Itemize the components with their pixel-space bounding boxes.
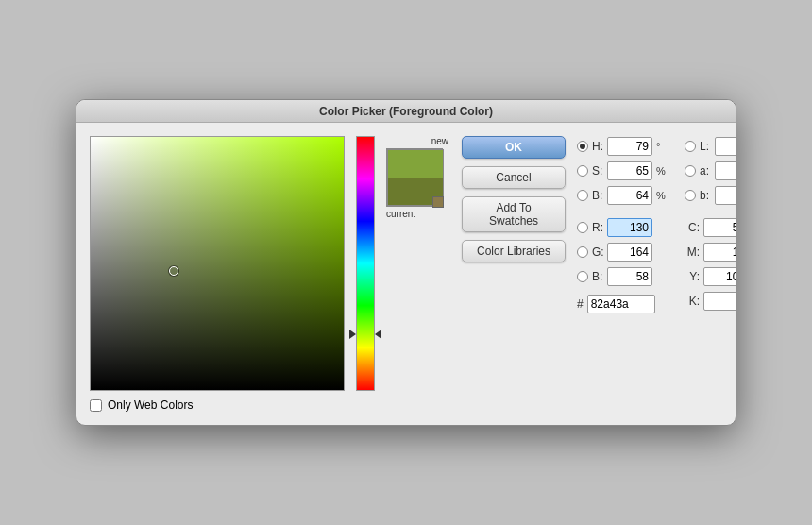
- dialog-title: Color Picker (Foreground Color): [319, 105, 493, 118]
- y-label: Y:: [685, 270, 700, 283]
- new-label: new: [431, 136, 450, 146]
- g-label: G:: [592, 246, 603, 259]
- color-libraries-button[interactable]: Color Libraries: [462, 240, 566, 262]
- lab-cmyk-group: L: a: b:: [685, 136, 736, 313]
- preview-column: new current: [386, 136, 450, 412]
- h-input[interactable]: [607, 137, 652, 156]
- b2-field-row: B:: [577, 266, 666, 287]
- l-field-row: L:: [685, 136, 736, 157]
- m-input[interactable]: [703, 243, 736, 262]
- h-unit: °: [656, 141, 666, 152]
- add-to-swatches-button[interactable]: Add To Swatches: [462, 196, 566, 232]
- h-field-row: H: °: [577, 136, 666, 157]
- s-input[interactable]: [607, 161, 652, 180]
- a-radio[interactable]: [685, 165, 696, 177]
- hue-arrow-left: [349, 330, 356, 339]
- y-input[interactable]: [703, 267, 736, 286]
- k-label: K:: [685, 295, 700, 308]
- current-label: current: [386, 209, 415, 219]
- k-input[interactable]: [703, 292, 736, 311]
- color-picker-dialog: Color Picker (Foreground Color) Only Web…: [76, 99, 736, 426]
- top-fields-row: H: ° S: % B:: [577, 136, 736, 313]
- c-label: C:: [685, 221, 700, 234]
- r-field-row: R:: [577, 217, 666, 238]
- only-web-colors-label: Only Web Colors: [108, 398, 193, 412]
- color-swatch-container: [386, 148, 450, 207]
- hex-row: #: [577, 295, 666, 313]
- y-field-row: Y: %: [685, 266, 736, 287]
- g-radio[interactable]: [577, 246, 588, 258]
- b-input[interactable]: [607, 186, 652, 205]
- b2-input[interactable]: [607, 267, 652, 286]
- hex-input[interactable]: [587, 295, 655, 313]
- k-field-row: K: %: [685, 291, 736, 312]
- s-unit: %: [656, 165, 666, 177]
- hue-arrow-right: [375, 330, 381, 339]
- titlebar: Color Picker (Foreground Color): [76, 100, 736, 123]
- swatch-icon: [432, 196, 444, 208]
- hue-slider[interactable]: [356, 136, 375, 391]
- only-web-colors-row: Only Web Colors: [90, 398, 345, 412]
- hex-hash: #: [577, 297, 584, 311]
- b-label: B:: [592, 189, 603, 202]
- h-radio[interactable]: [577, 141, 588, 152]
- s-field-row: S: %: [577, 161, 666, 181]
- cancel-button[interactable]: Cancel: [462, 166, 566, 189]
- black-gradient-layer: [91, 137, 344, 390]
- buttons-section: OK Cancel Add To Swatches Color Librarie…: [462, 136, 566, 412]
- b2-radio[interactable]: [577, 271, 588, 282]
- b2-label: B:: [592, 270, 603, 283]
- g-input[interactable]: [607, 243, 652, 262]
- g-field-row: G:: [577, 242, 666, 262]
- l-radio[interactable]: [685, 141, 696, 152]
- b-lab-label: b:: [700, 189, 711, 202]
- r-input[interactable]: [607, 218, 652, 237]
- new-color-swatch[interactable]: [387, 149, 444, 178]
- l-input[interactable]: [715, 137, 736, 156]
- c-input[interactable]: [703, 218, 736, 237]
- r-radio[interactable]: [577, 222, 588, 233]
- hsb-group: H: ° S: % B:: [577, 136, 666, 313]
- l-label: L:: [700, 140, 711, 153]
- h-label: H:: [592, 140, 603, 153]
- b-lab-field-row: b:: [685, 185, 736, 206]
- fields-section: H: ° S: % B:: [577, 136, 736, 412]
- b-radio[interactable]: [577, 190, 588, 201]
- color-canvas-section: Only Web Colors: [90, 136, 345, 412]
- m-label: M:: [685, 246, 700, 259]
- c-field-row: C: %: [685, 217, 736, 238]
- b-unit: %: [656, 190, 666, 201]
- dialog-body: Only Web Colors new current: [76, 123, 736, 425]
- s-label: S:: [592, 164, 603, 178]
- s-radio[interactable]: [577, 165, 588, 177]
- a-label: a:: [700, 164, 711, 178]
- a-input[interactable]: [715, 161, 736, 180]
- only-web-colors-checkbox[interactable]: [90, 399, 102, 412]
- r-label: R:: [592, 221, 603, 234]
- a-field-row: a:: [685, 161, 736, 181]
- b-field-row: B: %: [577, 185, 666, 206]
- ok-button[interactable]: OK: [462, 136, 566, 159]
- b-lab-radio[interactable]: [685, 190, 696, 201]
- b-lab-input[interactable]: [715, 186, 736, 205]
- color-canvas[interactable]: [90, 136, 345, 391]
- m-field-row: M: %: [685, 242, 736, 262]
- hue-slider-container: [356, 136, 375, 391]
